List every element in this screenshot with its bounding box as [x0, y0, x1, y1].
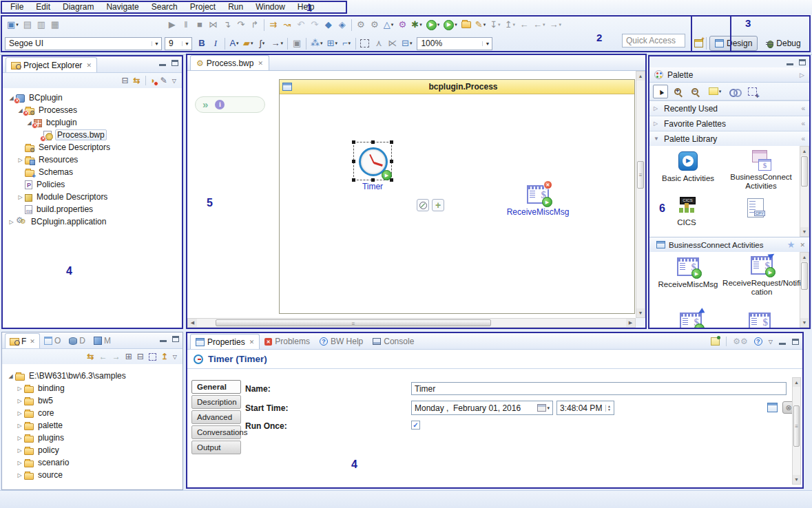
close-icon[interactable]: ✕ [249, 339, 255, 346]
tab-project-explorer[interactable]: Project Explorer ✕ [6, 57, 97, 72]
tree-item-bcplugin[interactable]: ◢✕bcplugin [3, 116, 182, 129]
menu-item-file[interactable]: File [4, 1, 30, 14]
calendar-icon[interactable] [537, 404, 546, 412]
tree-twistie-icon[interactable]: ▷ [16, 194, 25, 200]
folder-e-bw631-bw-6-3-samples[interactable]: ◢E:\BW631\bw\6.3\samples [2, 370, 183, 382]
view-menu-icon[interactable]: ▽ [172, 78, 176, 84]
line-style-icon[interactable]: ʃ▾ [256, 36, 269, 50]
pin-section-icon[interactable]: « [801, 120, 805, 127]
schedule-table-icon[interactable] [767, 403, 778, 412]
view-menu-icon[interactable]: ▽ [769, 339, 773, 345]
tree-twistie-icon[interactable]: ▷ [15, 435, 24, 441]
tree-twistie-icon[interactable]: ▷ [15, 423, 24, 429]
tree-twistie-icon[interactable]: ▷ [15, 385, 24, 392]
folder-scenario[interactable]: ▷scenario [2, 456, 183, 469]
folder-policy[interactable]: ▷policy [2, 444, 183, 456]
run-deploy-icon[interactable]: ▶▾ [441, 18, 459, 32]
view-menu-icon[interactable]: ▽ [173, 354, 177, 360]
open-perspective-icon[interactable] [694, 39, 703, 47]
admin-gears-icon[interactable]: ⚙ [395, 18, 409, 32]
tree-item-bcplugin-application[interactable]: ▷BCplugin.application [3, 215, 182, 228]
palette-section-favorite-palettes[interactable]: ▷Favorite Palettes« [649, 116, 809, 131]
forward-icon[interactable]: → [112, 352, 121, 361]
engine-icon[interactable]: ◆ [322, 18, 335, 32]
pin-section-icon[interactable]: « [801, 135, 805, 142]
tree-twistie-icon[interactable]: ▷ [15, 398, 24, 404]
layout-graph-icon[interactable]: ⁂▾ [309, 36, 325, 50]
undo-icon[interactable]: ↶ [294, 18, 308, 32]
palette-item-cics[interactable]: CICS [659, 197, 714, 227]
help-icon[interactable]: ? [754, 337, 762, 346]
properties-tab-output[interactable]: Output [191, 441, 241, 454]
debug-perspective-button[interactable]: Debug [760, 36, 805, 51]
tree-item-bcplugin[interactable]: ◢✕BCplugin [3, 92, 182, 104]
select-working-set-icon[interactable] [149, 353, 156, 361]
folder-bw5[interactable]: ▷bw5 [2, 394, 183, 407]
tree-twistie-icon[interactable]: ◢ [6, 373, 15, 379]
design-perspective-button[interactable]: Design [709, 36, 758, 51]
tree-item-build-properties[interactable]: build.properties [3, 203, 182, 215]
close-icon[interactable]: ✕ [258, 60, 263, 67]
format-painter-icon[interactable]: ✎▾ [473, 18, 488, 32]
tree-twistie-icon[interactable]: ▷ [15, 447, 24, 454]
timer-activity[interactable]: ▶ [353, 142, 392, 180]
validate-icon[interactable]: △▾ [382, 18, 396, 32]
run-icon[interactable]: ▶▾ [424, 18, 442, 32]
bc-item-receiverequest-notification[interactable]: ▶ReceiveRequest/Notification [721, 256, 802, 297]
chevron-down-icon[interactable]: ▼ [152, 41, 159, 46]
bc-activities-header[interactable]: BusinessConnect Activities ★ ✕ [649, 237, 809, 252]
run-once-checkbox[interactable]: ✓ [411, 421, 420, 430]
process-header[interactable]: bcplugin.Process [280, 80, 634, 94]
zoom-out-icon[interactable]: − [687, 85, 702, 98]
refresh-icon[interactable]: ⇆ [87, 352, 94, 361]
close-icon[interactable]: ✕ [30, 338, 35, 345]
link-tool-icon[interactable] [727, 85, 742, 98]
editor-hscrollbar[interactable]: ◀ ≡ ▶ [187, 318, 636, 328]
tree-item-resources[interactable]: ▷Resources [3, 154, 182, 166]
properties-scrollbar[interactable]: ▲ ≡ ▼ [792, 377, 801, 485]
tab-problems[interactable]: ✕ Problems [260, 334, 315, 349]
minimize-icon[interactable] [779, 339, 786, 345]
show-transitions-icon[interactable]: ⇉ [267, 18, 280, 32]
tab-outline[interactable]: O [40, 333, 65, 348]
minimize-icon[interactable] [787, 59, 793, 65]
connection-style-icon[interactable]: →▾ [269, 36, 286, 50]
menu-item-project[interactable]: Project [184, 1, 222, 14]
favorite-star-icon[interactable]: ★ [787, 240, 795, 250]
menu-item-run[interactable]: Run [222, 1, 249, 14]
redo-icon[interactable]: ↷ [308, 18, 322, 32]
properties-tab-description[interactable]: Description [191, 395, 241, 409]
import-icon[interactable]: ↥ [161, 352, 168, 361]
info-icon[interactable]: i [215, 100, 225, 109]
menu-item-edit[interactable]: Edit [30, 1, 56, 14]
deploy-icon[interactable]: ◈ [335, 18, 349, 32]
quick-access-input[interactable] [622, 34, 685, 47]
name-input[interactable]: Timer [411, 382, 787, 395]
palette-section-palette-library[interactable]: ▼Palette Library« [649, 131, 809, 146]
palette-library-scrollbar[interactable]: ▲ ▼ [800, 146, 809, 237]
folder-core[interactable]: ▷core [2, 407, 183, 419]
filter-errors-icon[interactable]: ◗ [151, 76, 156, 85]
menu-item-navigate[interactable]: Navigate [100, 1, 145, 14]
customize-view-icon[interactable]: ✎ [160, 76, 167, 85]
maximize-icon[interactable] [792, 339, 799, 345]
open-resource-icon[interactable] [459, 18, 473, 32]
properties-tab-conversations[interactable]: Conversations [191, 425, 241, 439]
chevron-right-icon[interactable]: ▷ [800, 72, 804, 78]
close-icon[interactable]: ✕ [86, 62, 92, 69]
editor-vscrollbar[interactable]: ▲ ≡ ▼ [636, 71, 645, 318]
palette-section-recently-used[interactable]: ▷Recently Used« [649, 100, 809, 116]
bc-item-activity-2[interactable]: ▶ [670, 313, 711, 328]
receive-misc-msg-activity[interactable]: ✕ ▶ [527, 185, 549, 204]
minimize-icon[interactable] [160, 336, 167, 342]
expand-all-icon[interactable]: ⊞ [125, 352, 132, 361]
tree-twistie-icon[interactable]: ▷ [7, 219, 16, 225]
palette-item-basic-activities[interactable]: Basic Activities [656, 151, 720, 183]
split-pane-icon[interactable]: ⊟▾ [399, 36, 414, 50]
note-tool-icon[interactable]: ▾ [705, 85, 725, 98]
properties-tab-advanced[interactable]: Advanced [191, 410, 241, 424]
tree-twistie-icon[interactable]: ▷ [15, 472, 24, 478]
tab-file-explorer[interactable]: F✕ [5, 333, 40, 348]
palette-item-copybook[interactable] [721, 198, 790, 220]
tab-modules[interactable]: M [90, 333, 115, 348]
